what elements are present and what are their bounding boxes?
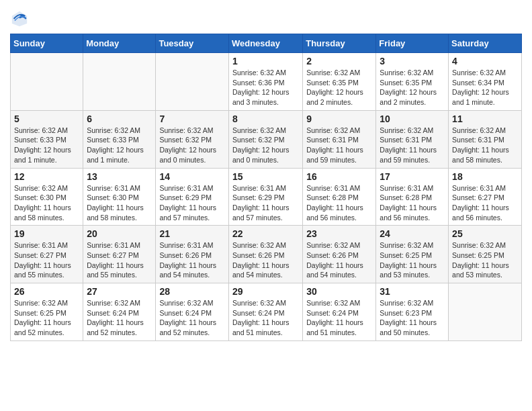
day-info: Sunrise: 6:32 AM Sunset: 6:33 PM Dayligh… (87, 126, 152, 165)
weekday-header-tuesday: Tuesday (156, 34, 229, 53)
header (10, 7, 522, 28)
week-row-2: 12Sunrise: 6:32 AM Sunset: 6:30 PM Dayli… (11, 168, 522, 226)
calendar-cell: 11Sunrise: 6:32 AM Sunset: 6:31 PM Dayli… (449, 110, 522, 168)
calendar-cell: 3Sunrise: 6:32 AM Sunset: 6:35 PM Daylig… (376, 53, 449, 111)
day-info: Sunrise: 6:32 AM Sunset: 6:23 PM Dayligh… (380, 298, 445, 338)
calendar-cell: 27Sunrise: 6:32 AM Sunset: 6:24 PM Dayli… (83, 283, 156, 341)
day-info: Sunrise: 6:32 AM Sunset: 6:31 PM Dayligh… (380, 126, 445, 165)
calendar-cell: 22Sunrise: 6:32 AM Sunset: 6:26 PM Dayli… (228, 226, 302, 283)
weekday-header-monday: Monday (83, 34, 156, 53)
day-info: Sunrise: 6:31 AM Sunset: 6:27 PM Dayligh… (87, 240, 152, 280)
calendar-cell: 25Sunrise: 6:32 AM Sunset: 6:25 PM Dayli… (449, 226, 522, 283)
calendar-cell: 15Sunrise: 6:31 AM Sunset: 6:29 PM Dayli… (228, 168, 302, 226)
weekday-header-saturday: Saturday (449, 34, 522, 53)
day-number: 3 (380, 56, 445, 66)
page-container: SundayMondayTuesdayWednesdayThursdayFrid… (0, 0, 532, 351)
day-number: 7 (159, 113, 225, 124)
day-number: 23 (306, 228, 372, 239)
week-row-1: 5Sunrise: 6:32 AM Sunset: 6:33 PM Daylig… (11, 110, 522, 168)
day-number: 6 (87, 113, 152, 124)
calendar-cell: 16Sunrise: 6:31 AM Sunset: 6:28 PM Dayli… (303, 168, 376, 226)
day-info: Sunrise: 6:31 AM Sunset: 6:29 PM Dayligh… (232, 183, 299, 223)
day-info: Sunrise: 6:31 AM Sunset: 6:28 PM Dayligh… (380, 183, 445, 223)
calendar-cell (11, 53, 83, 111)
day-number: 4 (452, 56, 518, 66)
day-info: Sunrise: 6:32 AM Sunset: 6:32 PM Dayligh… (232, 126, 299, 165)
calendar-cell: 6Sunrise: 6:32 AM Sunset: 6:33 PM Daylig… (83, 110, 156, 168)
calendar-cell: 5Sunrise: 6:32 AM Sunset: 6:33 PM Daylig… (11, 110, 83, 168)
weekday-header-thursday: Thursday (303, 34, 376, 53)
calendar-cell: 23Sunrise: 6:32 AM Sunset: 6:26 PM Dayli… (303, 226, 376, 283)
calendar-cell: 28Sunrise: 6:32 AM Sunset: 6:24 PM Dayli… (156, 283, 229, 341)
calendar-cell: 19Sunrise: 6:31 AM Sunset: 6:27 PM Dayli… (11, 226, 83, 283)
day-info: Sunrise: 6:31 AM Sunset: 6:28 PM Dayligh… (306, 183, 372, 223)
day-info: Sunrise: 6:32 AM Sunset: 6:26 PM Dayligh… (306, 240, 372, 280)
day-info: Sunrise: 6:32 AM Sunset: 6:25 PM Dayligh… (452, 240, 518, 280)
logo-icon (10, 9, 29, 28)
day-number: 19 (14, 228, 79, 239)
day-info: Sunrise: 6:32 AM Sunset: 6:35 PM Dayligh… (380, 68, 445, 107)
calendar-cell: 18Sunrise: 6:31 AM Sunset: 6:27 PM Dayli… (449, 168, 522, 226)
calendar-cell: 17Sunrise: 6:31 AM Sunset: 6:28 PM Dayli… (376, 168, 449, 226)
day-info: Sunrise: 6:32 AM Sunset: 6:25 PM Dayligh… (14, 298, 79, 338)
day-number: 30 (306, 286, 372, 297)
calendar-cell: 20Sunrise: 6:31 AM Sunset: 6:27 PM Dayli… (83, 226, 156, 283)
day-number: 20 (87, 228, 152, 239)
day-info: Sunrise: 6:32 AM Sunset: 6:31 PM Dayligh… (452, 126, 518, 165)
calendar-cell: 10Sunrise: 6:32 AM Sunset: 6:31 PM Dayli… (376, 110, 449, 168)
day-info: Sunrise: 6:32 AM Sunset: 6:24 PM Dayligh… (306, 298, 372, 338)
day-number: 24 (380, 228, 445, 239)
day-info: Sunrise: 6:32 AM Sunset: 6:35 PM Dayligh… (306, 68, 372, 107)
day-number: 12 (14, 171, 79, 182)
day-number: 11 (452, 113, 518, 124)
calendar-cell: 4Sunrise: 6:32 AM Sunset: 6:34 PM Daylig… (449, 53, 522, 111)
day-info: Sunrise: 6:31 AM Sunset: 6:30 PM Dayligh… (87, 183, 152, 223)
day-info: Sunrise: 6:32 AM Sunset: 6:30 PM Dayligh… (14, 183, 79, 223)
calendar-cell: 13Sunrise: 6:31 AM Sunset: 6:30 PM Dayli… (83, 168, 156, 226)
day-number: 9 (306, 113, 372, 124)
weekday-header-friday: Friday (376, 34, 449, 53)
calendar-cell: 2Sunrise: 6:32 AM Sunset: 6:35 PM Daylig… (303, 53, 376, 111)
day-number: 5 (14, 113, 79, 124)
day-number: 8 (232, 113, 299, 124)
logo (10, 9, 30, 28)
day-number: 31 (380, 286, 445, 297)
calendar-cell: 8Sunrise: 6:32 AM Sunset: 6:32 PM Daylig… (228, 110, 302, 168)
calendar-cell: 29Sunrise: 6:32 AM Sunset: 6:24 PM Dayli… (228, 283, 302, 341)
week-row-3: 19Sunrise: 6:31 AM Sunset: 6:27 PM Dayli… (11, 226, 522, 283)
day-number: 16 (306, 171, 372, 182)
day-number: 29 (232, 286, 299, 297)
day-number: 21 (159, 228, 225, 239)
calendar-cell: 7Sunrise: 6:32 AM Sunset: 6:32 PM Daylig… (156, 110, 229, 168)
weekday-header-sunday: Sunday (11, 34, 83, 53)
day-number: 2 (306, 56, 372, 66)
day-info: Sunrise: 6:31 AM Sunset: 6:27 PM Dayligh… (452, 183, 518, 223)
calendar-cell: 14Sunrise: 6:31 AM Sunset: 6:29 PM Dayli… (156, 168, 229, 226)
day-info: Sunrise: 6:32 AM Sunset: 6:31 PM Dayligh… (306, 126, 372, 165)
day-number: 1 (232, 56, 299, 66)
calendar-cell: 12Sunrise: 6:32 AM Sunset: 6:30 PM Dayli… (11, 168, 83, 226)
calendar-cell: 30Sunrise: 6:32 AM Sunset: 6:24 PM Dayli… (303, 283, 376, 341)
day-info: Sunrise: 6:32 AM Sunset: 6:24 PM Dayligh… (87, 298, 152, 338)
day-number: 22 (232, 228, 299, 239)
calendar-cell (449, 283, 522, 341)
calendar-cell: 24Sunrise: 6:32 AM Sunset: 6:25 PM Dayli… (376, 226, 449, 283)
day-info: Sunrise: 6:32 AM Sunset: 6:24 PM Dayligh… (159, 298, 225, 338)
day-number: 15 (232, 171, 299, 182)
day-info: Sunrise: 6:32 AM Sunset: 6:26 PM Dayligh… (232, 240, 299, 280)
day-info: Sunrise: 6:32 AM Sunset: 6:33 PM Dayligh… (14, 126, 79, 165)
calendar-cell: 1Sunrise: 6:32 AM Sunset: 6:36 PM Daylig… (228, 53, 302, 111)
week-row-0: 1Sunrise: 6:32 AM Sunset: 6:36 PM Daylig… (11, 53, 522, 111)
calendar-cell: 9Sunrise: 6:32 AM Sunset: 6:31 PM Daylig… (303, 110, 376, 168)
day-number: 18 (452, 171, 518, 182)
week-row-4: 26Sunrise: 6:32 AM Sunset: 6:25 PM Dayli… (11, 283, 522, 341)
day-number: 28 (159, 286, 225, 297)
calendar-cell (83, 53, 156, 111)
day-info: Sunrise: 6:32 AM Sunset: 6:24 PM Dayligh… (232, 298, 299, 338)
calendar-cell: 31Sunrise: 6:32 AM Sunset: 6:23 PM Dayli… (376, 283, 449, 341)
day-info: Sunrise: 6:32 AM Sunset: 6:34 PM Dayligh… (452, 68, 518, 107)
day-number: 13 (87, 171, 152, 182)
day-number: 17 (380, 171, 445, 182)
day-number: 25 (452, 228, 518, 239)
day-info: Sunrise: 6:31 AM Sunset: 6:29 PM Dayligh… (159, 183, 225, 223)
